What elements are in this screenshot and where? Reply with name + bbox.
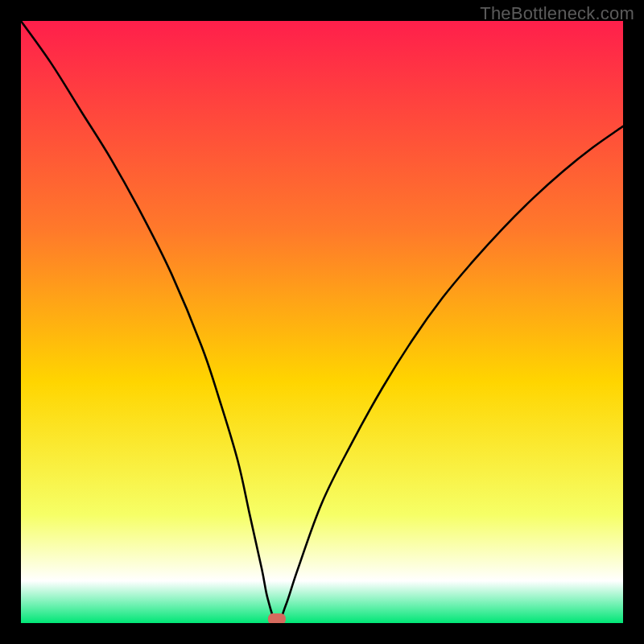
chart-frame: TheBottleneck.com [0,0,644,644]
bottleneck-curve-chart [21,21,623,623]
optimum-marker [268,613,286,623]
gradient-background [21,21,623,623]
plot-area [21,21,623,623]
